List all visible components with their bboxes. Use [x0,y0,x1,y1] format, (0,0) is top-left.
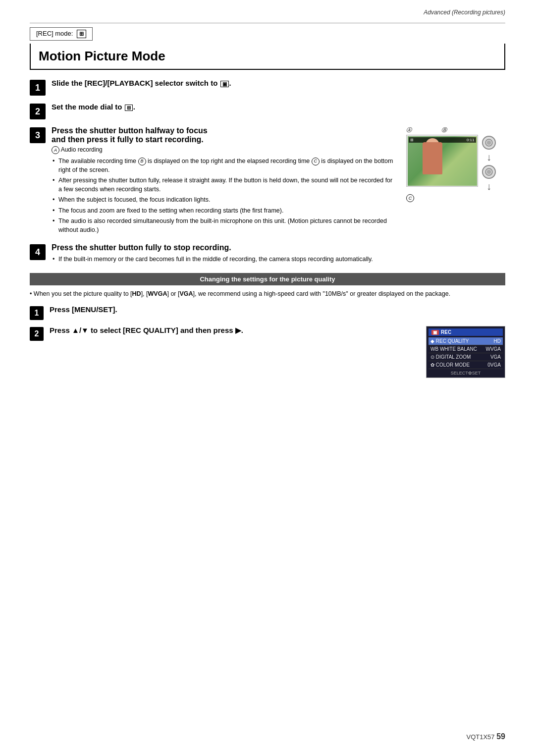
rec-mode-label: [REC] mode: [36,30,75,37]
shutter-button-icon-2 [482,165,496,179]
label-c-diagram: C [406,194,414,202]
note-text: • When you set the picture quality to [H… [30,289,505,299]
step-2-content: Set the mode dial to ⊞. [52,103,505,111]
sub-step-2-row: 2 Press ▲/▼ to select [REC QUALITY] and … [30,326,505,378]
rec-icon: ▣ [431,330,439,335]
sub-step-1-number: 1 [30,306,44,320]
step-4-number: 4 [30,244,46,260]
step-4-bullets: If the built-in memory or the card becom… [52,255,505,264]
page-title: Motion Picture Mode [39,49,165,63]
status-left: ⊞ [410,138,414,142]
page-number: 59 [496,732,505,741]
step-4-row: 4 Press the shutter button fully to stop… [30,243,505,266]
step-4-bullet-1: If the built-in memory or the card becom… [52,255,505,264]
bullet-4: The focus and zoom are fixed to the sett… [52,207,397,216]
step-2-text: Set the mode dial to ⊞. [52,103,135,111]
label-b-icon: B [138,158,146,165]
rec-mode-bar: [REC] mode: ⊞ [30,27,93,41]
sub-step-2-number: 2 [30,327,44,341]
step-1-row: 1 Slide the [REC]/[PLAYBACK] selector sw… [30,79,505,96]
changing-settings-label: Changing the settings for the picture qu… [200,275,335,283]
step-1-content: Slide the [REC]/[PLAYBACK] selector swit… [52,79,505,87]
changing-settings-header: Changing the settings for the picture qu… [30,273,505,285]
bullet-3: When the subject is focused, the focus i… [52,196,397,205]
bullet-5: The audio is also recorded simultaneousl… [52,217,397,234]
arrow-down-icon-2: ↓ [486,181,491,192]
item-0-label: ◆ REC QUALITY [430,338,469,344]
section-header: Advanced (Recording pictures) [0,0,535,18]
rec-menu-footer: SELECT✿SET [428,371,503,376]
sub-step-1-text: Press [MENU/SET]. [50,305,117,314]
rec-menu-img: ▣ REC ◆ REC QUALITY HD WB WHITE BALANC W… [426,326,505,378]
item-3-label: ✿ COLOR MODE [430,362,470,368]
rec-menu-item-1: WB WHITE BALANC WVGA [428,345,503,353]
svg-point-1 [487,141,491,145]
hd-label: HD [132,290,141,297]
item-1-label: WB WHITE BALANC [430,346,477,352]
sub-step-1-row: 1 Press [MENU/SET]. [30,305,505,320]
wvga-label: WVGA [148,290,167,297]
label-b: Ⓑ [441,126,447,134]
item-1-value: WVGA [485,346,501,352]
shutter-button-icon [482,136,496,150]
step-4-title: Press the shutter button fully to stop r… [52,243,505,252]
step-2-row: 2 Set the mode dial to ⊞. [30,103,505,119]
label-a-icon: A [52,146,59,154]
bullet-1: The available recording time B is displa… [52,157,397,174]
page-container: Advanced (Recording pictures) [REC] mode… [0,0,535,756]
step-3-sublabel: A Audio recording [52,146,397,154]
camera-icon: ▣ [220,81,229,87]
item-2-label: ⊙ DIGITAL ZOOM [430,354,471,360]
sub-step-2-content: Press ▲/▼ to select [REC QUALITY] and th… [50,326,411,335]
rec-label: REC [441,329,451,335]
rec-menu-item-0: ◆ REC QUALITY HD [428,337,503,345]
diagram-labels-ab: Ⓐ Ⓑ [406,126,447,134]
label-c-icon: C [312,158,320,165]
page-footer: VQT1X57 59 [466,732,505,741]
step-1-text: Slide the [REC]/[PLAYBACK] selector swit… [52,79,231,87]
label-a: Ⓐ [406,126,412,134]
rec-menu-container: ▣ REC ◆ REC QUALITY HD WB WHITE BALANC W… [426,326,505,378]
step-3-diagram: Ⓐ Ⓑ ⊞ 0:11 [406,126,505,202]
figure-body [423,142,442,174]
section-label: Advanced (Recording pictures) [424,9,505,16]
svg-point-3 [487,170,491,174]
item-0-value: HD [494,338,501,344]
item-2-value: VGA [490,354,501,360]
camera-screen-box: ⊞ 0:11 [406,135,478,187]
content-area: [REC] mode: ⊞ Motion Picture Mode 1 Slid… [0,18,535,414]
step-2-number: 2 [30,104,46,119]
diagram-row: ⊞ 0:11 ↓ [406,135,496,192]
item-3-value: 0VGA [487,362,501,368]
label-c-circle: C [406,194,414,202]
rec-menu-item-3: ✿ COLOR MODE 0VGA [428,361,503,369]
rec-menu-title: ▣ REC [428,328,503,336]
footer-code: VQT1X57 [466,733,494,741]
top-rule [30,23,505,23]
camera-screen: ⊞ 0:11 [408,136,477,186]
rec-menu-item-2: ⊙ DIGITAL ZOOM VGA [428,353,503,361]
status-right: 0:11 [467,138,475,142]
sub-step-2-wrapper: Press ▲/▼ to select [REC QUALITY] and th… [50,326,505,378]
step-4-content: Press the shutter button fully to stop r… [52,243,505,266]
step-3-bullets: The available recording time B is displa… [52,157,397,234]
step-1-number: 1 [30,80,46,96]
status-bar: ⊞ 0:11 [409,137,476,143]
vga-label: VGA [179,290,193,297]
page-title-box: Motion Picture Mode [30,44,505,70]
sub-step-2-text: Press ▲/▼ to select [REC QUALITY] and th… [50,326,243,334]
arrow-down-icon: ↓ [486,152,491,163]
step-3-title: Press the shutter button halfway to focu… [52,126,397,144]
shutter-controls: ↓ ↓ [482,136,496,192]
steps-section-2: 1 Press [MENU/SET]. 2 Press ▲/▼ to selec… [30,305,505,378]
mode-icon: ⊞ [125,105,133,111]
step-3-left: Press the shutter button halfway to focu… [52,126,397,236]
sub-step-1-content: Press [MENU/SET]. [50,305,505,314]
bullet-2: After pressing the shutter button fully,… [52,176,397,194]
rec-mode-icon: ⊞ [77,30,86,38]
step-3-row: 3 Press the shutter button halfway to fo… [30,126,505,236]
step-3-number: 3 [30,127,46,143]
